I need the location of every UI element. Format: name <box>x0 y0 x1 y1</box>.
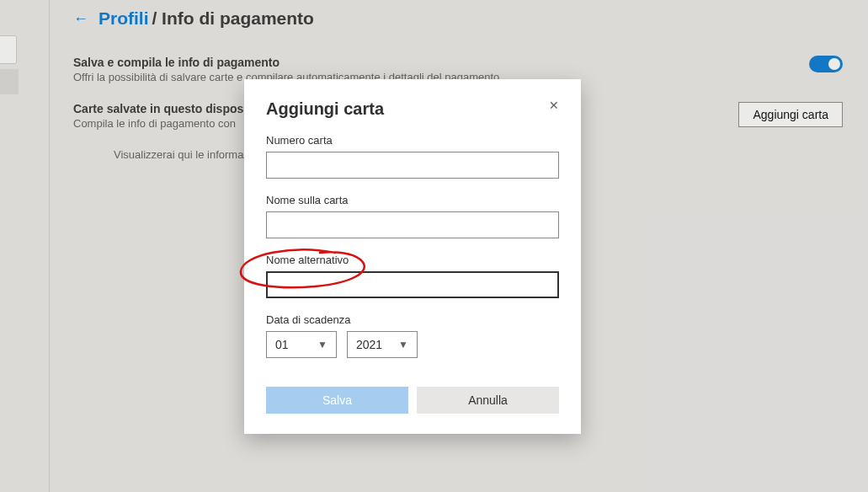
add-card-modal: Aggiungi carta ✕ Numero carta Nome sulla… <box>244 79 581 434</box>
close-icon[interactable]: ✕ <box>549 99 559 111</box>
setting-title: Carte salvate in questo dispositivo <box>73 102 268 115</box>
add-card-button[interactable]: Aggiungi carta <box>738 102 843 127</box>
chevron-down-icon: ▼ <box>398 339 408 350</box>
name-on-card-label: Nome sulla carta <box>266 194 559 206</box>
setting-description: Compila le info di pagamento con <box>73 117 268 130</box>
breadcrumb-separator: / <box>152 8 162 28</box>
sidebar-partial-item[interactable] <box>0 35 17 64</box>
name-on-card-input[interactable] <box>266 211 559 238</box>
card-number-label: Numero carta <box>266 134 559 147</box>
nickname-input[interactable] <box>266 271 559 298</box>
toggle-save-and-fill[interactable] <box>809 56 843 72</box>
expiry-year-value: 2021 <box>356 338 382 351</box>
expiry-label: Data di scadenza <box>266 313 559 326</box>
breadcrumb: ← Profili / Info di pagamento <box>73 8 851 29</box>
chevron-down-icon: ▼ <box>317 339 327 350</box>
expiry-month-value: 01 <box>275 338 289 351</box>
back-arrow-icon[interactable]: ← <box>73 10 88 28</box>
sidebar-stub <box>0 0 20 492</box>
cancel-button[interactable]: Annulla <box>417 387 559 414</box>
breadcrumb-current: Info di pagamento <box>162 8 314 28</box>
modal-title: Aggiungi carta <box>266 99 384 119</box>
save-button[interactable]: Salva <box>266 387 408 414</box>
breadcrumb-link-profiles[interactable]: Profili <box>99 8 149 28</box>
setting-title: Salva e compila le info di pagamento <box>73 56 499 69</box>
expiry-year-select[interactable]: 2021 ▼ <box>347 331 418 358</box>
card-number-input[interactable] <box>266 152 559 179</box>
nickname-label: Nome alternativo <box>266 254 559 266</box>
expiry-month-select[interactable]: 01 ▼ <box>266 331 337 358</box>
sidebar-partial-item-selected[interactable] <box>0 69 19 94</box>
